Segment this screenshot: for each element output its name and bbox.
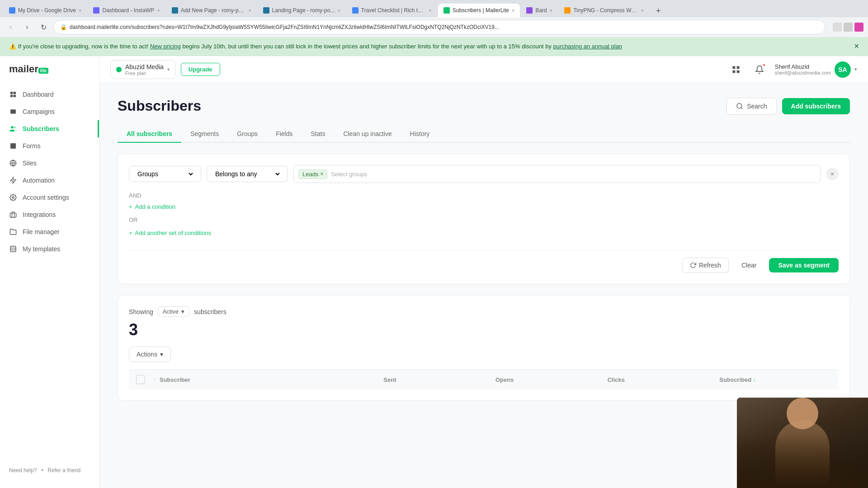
tab-close-landingpage[interactable]: ×: [337, 8, 340, 13]
condition-filter-dropdown[interactable]: Belongs to any: [207, 166, 288, 182]
search-button[interactable]: Search: [726, 98, 776, 115]
group-select[interactable]: Groups: [136, 170, 194, 178]
sidebar-item-file-manager[interactable]: File manager: [0, 223, 99, 240]
svg-rect-13: [10, 246, 16, 252]
select-all-checkbox[interactable]: [136, 375, 145, 384]
refresh-button[interactable]: Refresh: [682, 258, 729, 273]
save-segment-button[interactable]: Save as segment: [769, 258, 839, 272]
sidebar-item-automation[interactable]: Automation: [0, 172, 99, 189]
tag-input-area[interactable]: Leads × Select groups: [293, 165, 821, 183]
tab-landingpage[interactable]: Landing Page - romy-po... ×: [258, 4, 346, 17]
subscribed-sort-icon: ↓: [753, 377, 756, 382]
footer-separator: •: [41, 467, 43, 474]
tab-instawp[interactable]: Dashboard - InstaWP ×: [88, 4, 165, 17]
need-help-link[interactable]: Need help?: [9, 467, 37, 474]
svg-marker-10: [10, 177, 16, 183]
add-subscribers-button[interactable]: Add subscribers: [782, 98, 850, 114]
tab-close-google-drive[interactable]: ×: [79, 8, 81, 13]
add-condition-button[interactable]: + Add a condition: [129, 201, 175, 213]
th-clicks[interactable]: Clicks: [608, 376, 720, 383]
results-section: Showing Active ▾ subscribers 3 Actions ▾: [118, 295, 850, 401]
tab-groups[interactable]: Groups: [228, 126, 267, 143]
settings-icon: [9, 193, 17, 202]
sidebar-item-account-settings[interactable]: Account settings: [0, 189, 99, 206]
tab-stats[interactable]: Stats: [302, 126, 334, 143]
user-chevron-icon: ▾: [854, 66, 857, 72]
tab-favicon-bard: [526, 7, 533, 14]
banner-link-new-pricing[interactable]: New pricing: [150, 43, 181, 50]
notification-button[interactable]: [751, 61, 768, 78]
tab-bard[interactable]: Bard ×: [521, 4, 558, 17]
tab-close-bard[interactable]: ×: [550, 8, 552, 13]
tab-close-travel[interactable]: ×: [429, 8, 431, 13]
sidebar-item-sites[interactable]: Sites: [0, 155, 99, 172]
avatar[interactable]: SA: [835, 61, 851, 78]
tab-google-drive[interactable]: My Drive - Google Drive ×: [4, 4, 87, 17]
svg-rect-0: [10, 92, 13, 94]
subscriber-count: 3: [129, 320, 839, 339]
url-bar[interactable]: 🔒 dashboard.mailerlite.com/subscribers?r…: [53, 20, 826, 34]
tab-favicon-google-drive: [9, 7, 15, 14]
tab-clean-up-inactive[interactable]: Clean up inactive: [334, 126, 401, 143]
filter-card: Groups Belongs to any Leads × Select: [118, 154, 850, 284]
group-filter-dropdown[interactable]: Groups: [129, 166, 201, 182]
banner-close-button[interactable]: ×: [854, 42, 859, 51]
new-tab-button[interactable]: +: [652, 5, 665, 17]
th-checkbox[interactable]: [136, 375, 152, 384]
sidebar-item-integrations[interactable]: Integrations: [0, 206, 99, 223]
subscribers-label: subscribers: [194, 308, 226, 315]
tab-close-instawp[interactable]: ×: [157, 8, 160, 13]
th-opens-label: Opens: [495, 376, 514, 383]
th-opens[interactable]: Opens: [495, 376, 608, 383]
tab-travel[interactable]: Travel Checklist | Rich tex... ×: [347, 4, 437, 17]
subscribers-tabs: All subscribers Segments Groups Fields S…: [118, 126, 850, 143]
ext-icon-3[interactable]: [854, 23, 863, 32]
upgrade-button[interactable]: Upgrade: [181, 63, 220, 76]
tab-tinypng[interactable]: TinyPNG - Compress We... ×: [559, 4, 649, 17]
filter-remove-button[interactable]: ×: [826, 168, 839, 180]
showing-label: Showing: [129, 308, 153, 315]
tab-history[interactable]: History: [401, 126, 439, 143]
add-conditions-set-button[interactable]: + Add another set of conditions: [129, 227, 211, 239]
ext-icon-2[interactable]: [844, 23, 853, 32]
th-subscribed[interactable]: Subscribed ↓: [719, 376, 831, 383]
grid-view-button[interactable]: [728, 61, 744, 78]
actions-button[interactable]: Actions ▾: [129, 347, 171, 362]
tab-label-bard: Bard: [535, 7, 547, 14]
th-sent[interactable]: Sent: [383, 376, 495, 383]
tab-addpage[interactable]: Add New Page - romy-po... ×: [166, 4, 257, 17]
banner-text: ⚠️ If you're close to upgrading, now is …: [9, 43, 622, 50]
user-area[interactable]: Sherif Abuzid sherif@abuzidmedia.com SA …: [775, 61, 857, 78]
refer-friend-link[interactable]: Refer a friend: [48, 467, 81, 474]
sidebar-item-my-templates[interactable]: My templates: [0, 240, 99, 258]
condition-select[interactable]: Belongs to any: [213, 170, 281, 178]
filter-actions: Refresh Clear Save as segment: [129, 250, 839, 273]
tag-remove-button[interactable]: ×: [320, 171, 323, 177]
logo-mailer: mailer: [9, 63, 38, 75]
sidebar-item-forms[interactable]: Forms: [0, 137, 99, 155]
back-button[interactable]: ‹: [5, 21, 17, 33]
tab-fields[interactable]: Fields: [267, 126, 302, 143]
tab-close-tinypng[interactable]: ×: [641, 8, 644, 13]
sidebar-item-campaigns[interactable]: Campaigns: [0, 103, 99, 120]
tab-close-mailerlite[interactable]: ×: [512, 8, 514, 13]
sidebar-item-dashboard[interactable]: Dashboard: [0, 86, 99, 103]
tab-segments[interactable]: Segments: [181, 126, 228, 143]
active-status-dropdown[interactable]: Active ▾: [158, 306, 189, 317]
forward-button[interactable]: ›: [21, 21, 33, 33]
add-conditions-set-label: Add another set of conditions: [135, 230, 211, 236]
ext-icon-1[interactable]: [833, 23, 842, 32]
workspace-indicator: [116, 67, 122, 72]
or-label: OR: [129, 215, 839, 225]
tab-all-subscribers[interactable]: All subscribers: [118, 126, 181, 143]
reload-button[interactable]: ↻: [37, 21, 50, 33]
tab-close-addpage[interactable]: ×: [248, 8, 251, 13]
svg-line-21: [741, 108, 742, 109]
workspace-selector[interactable]: Abuzid Media Free plan ▾: [110, 60, 175, 79]
clear-button[interactable]: Clear: [734, 258, 764, 272]
th-sort[interactable]: [152, 377, 160, 382]
sidebar-item-subscribers[interactable]: Subscribers: [0, 120, 99, 137]
banner-link-annual[interactable]: purchasing an annual plan: [553, 43, 623, 50]
tab-mailerlite[interactable]: Subscribers | MailerLite ×: [438, 4, 520, 17]
th-subscriber[interactable]: Subscriber: [160, 376, 383, 383]
